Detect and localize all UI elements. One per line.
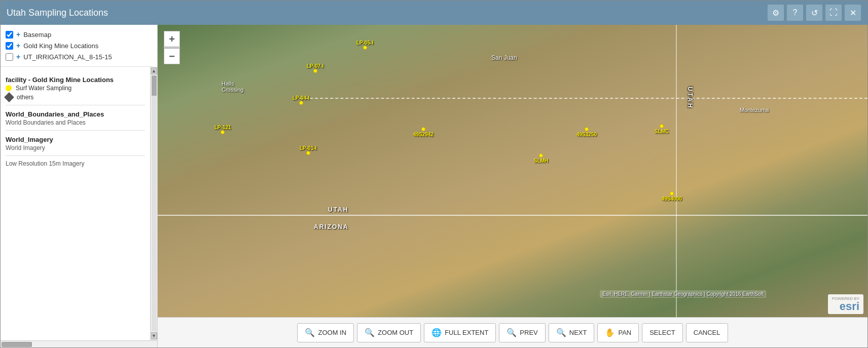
left-panel-hscroll[interactable] [1, 340, 157, 347]
map-point-dot-lp121 [221, 130, 225, 134]
map-point-dot-lp01 [306, 151, 310, 155]
legend-divider-1 [6, 105, 145, 105]
map-point-label-lp04: LP-04-I [293, 95, 309, 101]
legend-diamond-others [4, 92, 14, 102]
legend-divider-2 [6, 130, 145, 131]
map-background: + − San Juan HallsCrossing Montezuma UTA… [158, 25, 867, 317]
map-point-lp01: LP-01-I [300, 145, 316, 155]
legend-scroll[interactable]: facility - Gold King Mine Locations Surf… [1, 66, 150, 340]
map-point-lp05: LP-05-I [356, 40, 373, 50]
next-button[interactable]: 🔍 NEXT [549, 323, 595, 342]
map-point-dot-49s3250 [585, 127, 589, 131]
map-point-49s4000: 49S4000 [662, 191, 682, 202]
zoom-out-label: ZOOM OUT [378, 329, 413, 336]
map-point-dot-lp04 [299, 101, 303, 105]
help-button[interactable]: ? [786, 4, 804, 21]
legend-section-subtitle-4: Low Resolution 15m Imagery [6, 160, 145, 167]
scroll-down-arrow[interactable]: ▼ [151, 332, 157, 339]
expand-button[interactable]: ⛶ [825, 4, 842, 21]
cancel-button[interactable]: CANCEL [686, 323, 728, 342]
map-point-lp04: LP-04-I [293, 95, 309, 105]
next-icon: 🔍 [556, 328, 566, 337]
left-panel: + Basemap + Gold King Mine Locations + U… [1, 25, 158, 347]
legend-section-subtitle-2: World Boundaries and Places [6, 119, 145, 126]
legend-label-surf: Surf Water Sampling [16, 85, 71, 92]
legend-label-others: others [17, 94, 33, 101]
layer-checkbox-ut-irrigation[interactable] [6, 53, 13, 61]
map-point-49s3250: 49S3250 [576, 127, 597, 137]
main-content: + Basemap + Gold King Mine Locations + U… [1, 25, 867, 347]
layer-item-gold-king: + Gold King Mine Locations [6, 40, 152, 51]
esri-name: esri [840, 301, 859, 312]
map-point-slmc: SLMC [655, 124, 669, 134]
app-window: Utah Sampling Locations ⚙ ? ↺ ⛶ ✕ + Base… [0, 0, 868, 348]
map-point-slmh: SLMH [534, 153, 548, 164]
map-label-utah: UTAH [328, 206, 348, 213]
settings-button[interactable]: ⚙ [767, 4, 784, 21]
map-container[interactable]: + − San Juan HallsCrossing Montezuma UTA… [158, 25, 867, 317]
zoom-in-map-btn[interactable]: + [164, 31, 180, 47]
expand-icon-basemap[interactable]: + [16, 30, 20, 38]
zoom-out-map-btn[interactable]: − [164, 48, 180, 64]
legend-section-title-3: World_Imagery [6, 136, 145, 143]
map-label-montezuma: Montezuma [740, 107, 769, 113]
layer-list: + Basemap + Gold King Mine Locations + U… [1, 25, 157, 66]
map-point-dot-slmh [539, 153, 543, 158]
map-point-label-49s2942: 49S2942 [413, 132, 433, 137]
map-point-label-lp05: LP-05-I [356, 40, 373, 46]
select-label: SELECT [649, 329, 675, 336]
legend-divider-3 [6, 156, 145, 156]
map-point-dot-lp05 [363, 46, 367, 50]
zoom-out-button[interactable]: 🔍 ZOOM OUT [357, 323, 421, 342]
state-boundary-dashed [300, 98, 867, 99]
layer-label-ut-irrigation: UT_IRRIGATION_AL_8-15-15 [23, 53, 112, 61]
map-point-dot-49s4000 [670, 191, 674, 196]
esri-logo: POWERED BY esri [828, 294, 863, 314]
full-extent-button[interactable]: 🌐 FULL EXTENT [424, 323, 496, 342]
legend-entry-surf: Surf Water Sampling [6, 85, 145, 92]
legend-panel: facility - Gold King Mine Locations Surf… [1, 66, 157, 340]
select-button[interactable]: SELECT [642, 323, 683, 342]
map-attribution: Esri, HERE, Garmin | Earthstar Geographi… [600, 290, 766, 298]
expand-icon-gold-king[interactable]: + [16, 42, 20, 50]
map-point-label-lp07: LP-07-I [307, 63, 323, 69]
map-point-label-slmc: SLMC [655, 129, 669, 134]
map-divider [676, 25, 677, 317]
prev-icon: 🔍 [507, 328, 517, 337]
close-button[interactable]: ✕ [844, 4, 861, 21]
toolbar: 🔍 ZOOM IN 🔍 ZOOM OUT 🌐 FULL EXTENT 🔍 PRE… [158, 317, 867, 347]
layer-checkbox-basemap[interactable] [6, 31, 13, 38]
pan-label: PAN [618, 329, 631, 336]
pan-button[interactable]: ✋ PAN [597, 323, 639, 342]
full-extent-label: FULL EXTENT [445, 329, 488, 336]
prev-button[interactable]: 🔍 PREV [499, 323, 545, 342]
hscroll-thumb[interactable] [2, 342, 32, 347]
map-label-halls-crossing: HallsCrossing [222, 81, 243, 93]
map-area: + − San Juan HallsCrossing Montezuma UTA… [158, 25, 867, 347]
map-zoom-controls: + − [164, 31, 180, 64]
pan-icon: ✋ [605, 328, 615, 337]
map-label-san-juan: San Juan [491, 54, 517, 61]
title-bar-controls: ⚙ ? ↺ ⛶ ✕ [767, 4, 861, 21]
boundary-line-h [158, 215, 867, 216]
legend-dot-surf [6, 85, 12, 91]
expand-icon-ut-irrigation[interactable]: + [16, 53, 20, 61]
map-point-dot-49s2942 [421, 127, 425, 131]
scroll-up-arrow[interactable]: ▲ [151, 67, 157, 74]
scroll-thumb[interactable] [152, 75, 157, 96]
layer-label-basemap: Basemap [23, 31, 51, 38]
legend-section-title-1: facility - Gold King Mine Locations [6, 76, 145, 84]
refresh-button[interactable]: ↺ [806, 4, 823, 21]
layer-item-basemap: + Basemap [6, 29, 152, 40]
map-point-lp07: LP-07-I [307, 63, 323, 73]
legend-scrollbar[interactable]: ▲ ▼ [150, 66, 157, 340]
layer-checkbox-gold-king[interactable] [6, 42, 13, 50]
legend-entry-others: others [6, 94, 145, 101]
zoom-in-button[interactable]: 🔍 ZOOM IN [297, 323, 354, 342]
layer-label-gold-king: Gold King Mine Locations [23, 42, 98, 50]
map-point-49s2942: 49S2942 [413, 127, 433, 137]
map-point-dot-slmc [660, 124, 664, 128]
cancel-label: CANCEL [694, 329, 720, 336]
map-point-dot-lp07 [313, 69, 317, 73]
scroll-track [152, 75, 157, 331]
